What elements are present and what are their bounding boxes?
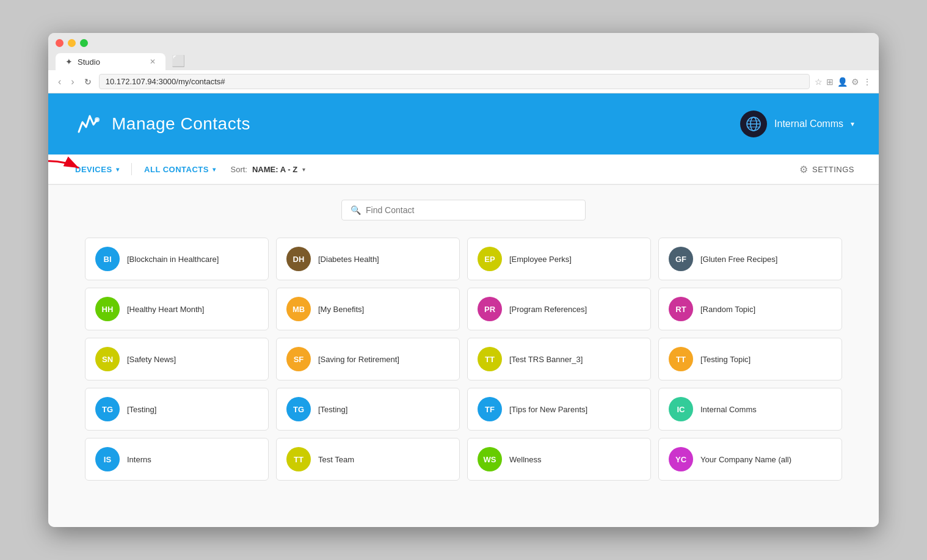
all-contacts-chevron: ▾: [213, 166, 216, 173]
contact-name: [Saving for Retirement]: [318, 355, 399, 364]
devices-label: DEVICES: [75, 165, 112, 174]
settings-icon[interactable]: ⚙: [851, 77, 859, 87]
gear-icon: ⚙: [799, 164, 809, 175]
avatar: TT: [286, 447, 311, 471]
contact-card[interactable]: ISInterns: [85, 438, 269, 481]
contact-card[interactable]: ICInternal Comms: [658, 388, 842, 431]
contact-name: Test Team: [318, 455, 354, 464]
bookmark-icon[interactable]: ☆: [815, 77, 823, 87]
avatar: TT: [669, 347, 693, 371]
url-input[interactable]: [99, 74, 810, 89]
search-icon: 🔍: [351, 205, 361, 215]
sort-label: Sort:: [230, 165, 247, 174]
contact-name: [Random Topic]: [700, 305, 755, 314]
settings-label: SETTINGS: [812, 165, 854, 174]
close-button[interactable]: [56, 39, 64, 47]
contact-name: Your Company Name (all): [700, 455, 791, 464]
contact-card[interactable]: GF[Gluten Free Recipes]: [658, 238, 842, 280]
logo-area: Manage Contacts: [73, 109, 250, 139]
menu-icon[interactable]: ⋮: [863, 77, 871, 87]
contact-card[interactable]: RT[Random Topic]: [658, 288, 842, 330]
devices-button[interactable]: DEVICES ▾: [73, 155, 122, 184]
contact-name: [Employee Perks]: [509, 255, 572, 264]
contact-card[interactable]: SF[Saving for Retirement]: [276, 338, 460, 380]
search-input[interactable]: [366, 205, 576, 215]
forward-button[interactable]: ›: [68, 75, 76, 89]
devices-chevron: ▾: [116, 166, 120, 173]
tab-title: Studio: [78, 57, 100, 67]
extension-icon[interactable]: ⊞: [826, 77, 834, 87]
toolbar: DEVICES ▾ ALL CONTACTS ▾ Sort: NAME: A -…: [48, 155, 879, 185]
contact-card[interactable]: MB[My Benefits]: [276, 288, 460, 330]
contact-name: [Testing]: [318, 405, 347, 414]
settings-button[interactable]: ⚙ SETTINGS: [799, 164, 854, 175]
sort-select[interactable]: NAME: A - Z ▾: [252, 165, 305, 174]
contact-card[interactable]: TT[Testing Topic]: [658, 338, 842, 380]
back-button[interactable]: ‹: [56, 75, 64, 89]
avatar: GF: [669, 247, 693, 271]
contact-card[interactable]: TT[Test TRS Banner_3]: [467, 338, 651, 380]
contact-card[interactable]: SN[Safety News]: [85, 338, 269, 380]
contact-card[interactable]: BI[Blockchain in Healthcare]: [85, 238, 269, 280]
contact-card[interactable]: DH[Diabetes Health]: [276, 238, 460, 280]
svg-point-0: [95, 117, 100, 122]
avatar: SN: [95, 347, 120, 371]
contact-name: [Safety News]: [127, 355, 176, 364]
avatar: TG: [95, 397, 120, 421]
refresh-button[interactable]: ↻: [82, 76, 94, 88]
contact-card[interactable]: TG[Testing]: [85, 388, 269, 431]
sort-value: NAME: A - Z: [252, 165, 297, 174]
contact-name: [Healthy Heart Month]: [127, 305, 204, 314]
tab-close-button[interactable]: ✕: [150, 57, 156, 66]
traffic-lights: [56, 39, 871, 52]
browser-window: ✦ Studio ✕ ⬜ ‹ › ↻ ☆ ⊞ 👤 ⚙ ⋮: [48, 33, 879, 527]
contact-card[interactable]: HH[Healthy Heart Month]: [85, 288, 269, 330]
minimize-button[interactable]: [68, 39, 76, 47]
avatar: YC: [669, 447, 693, 471]
avatar: BI: [95, 247, 120, 271]
user-name: Internal Comms: [774, 118, 843, 129]
contact-card[interactable]: TTTest Team: [276, 438, 460, 481]
header-right: Internal Comms ▾: [740, 111, 854, 137]
contact-card[interactable]: TF[Tips for New Parents]: [467, 388, 651, 431]
contact-name: Internal Comms: [700, 405, 757, 414]
user-dropdown-arrow[interactable]: ▾: [851, 120, 854, 128]
logo-icon: [73, 109, 103, 139]
globe-icon: [740, 111, 767, 137]
contact-name: [Testing Topic]: [700, 355, 751, 364]
contact-name: [Diabetes Health]: [318, 255, 379, 264]
tab-bar: ✦ Studio ✕ ⬜: [56, 52, 871, 70]
avatar: MB: [286, 297, 311, 321]
contact-name: [Tips for New Parents]: [509, 405, 587, 414]
all-contacts-label: ALL CONTACTS: [144, 165, 209, 174]
browser-chrome: ✦ Studio ✕ ⬜: [48, 33, 879, 70]
avatar: IC: [669, 397, 693, 421]
logo-svg: [74, 110, 102, 138]
avatar: TF: [478, 397, 502, 421]
search-container: 🔍: [85, 200, 842, 220]
contact-name: Wellness: [509, 455, 542, 464]
avatar: IS: [95, 447, 120, 471]
contact-card[interactable]: TG[Testing]: [276, 388, 460, 431]
contact-card[interactable]: WSWellness: [467, 438, 651, 481]
new-tab-button[interactable]: ⬜: [165, 52, 191, 70]
contact-card[interactable]: EP[Employee Perks]: [467, 238, 651, 280]
search-box[interactable]: 🔍: [341, 200, 586, 220]
user-icon[interactable]: 👤: [837, 77, 848, 87]
app-title: Manage Contacts: [112, 114, 250, 134]
contact-name: [Testing]: [127, 405, 156, 414]
contact-name: Interns: [127, 455, 151, 464]
app-header: Manage Contacts Internal Comms ▾: [48, 93, 879, 155]
browser-toolbar-icons: ☆ ⊞ 👤 ⚙ ⋮: [815, 77, 871, 87]
contact-card[interactable]: YCYour Company Name (all): [658, 438, 842, 481]
contact-name: [Blockchain in Healthcare]: [127, 255, 219, 264]
avatar: EP: [478, 247, 502, 271]
active-tab[interactable]: ✦ Studio ✕: [56, 53, 165, 70]
contact-name: [My Benefits]: [318, 305, 364, 314]
avatar: RT: [669, 297, 693, 321]
all-contacts-button[interactable]: ALL CONTACTS ▾: [142, 155, 218, 184]
contact-card[interactable]: PR[Program References]: [467, 288, 651, 330]
avatar: TT: [478, 347, 502, 371]
avatar: HH: [95, 297, 120, 321]
maximize-button[interactable]: [80, 39, 88, 47]
